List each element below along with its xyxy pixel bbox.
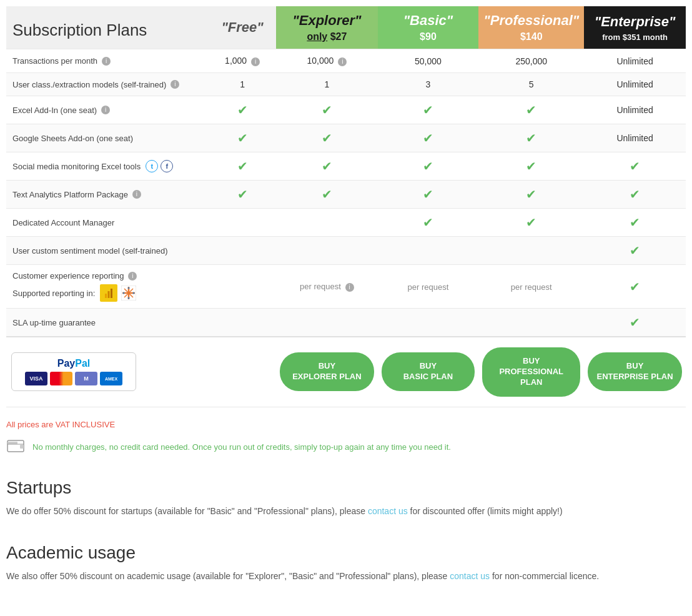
svg-point-9 xyxy=(127,292,130,294)
professional-sla xyxy=(478,309,584,337)
professional-user-class: 5 xyxy=(478,73,584,96)
info-icon-tap[interactable]: i xyxy=(132,190,141,199)
check-icon: ✔ xyxy=(322,187,332,201)
startups-title: Startups xyxy=(6,478,686,498)
info-icon-reporting[interactable]: i xyxy=(128,272,137,281)
academic-section: Academic usage We also offer 50% discoun… xyxy=(6,543,686,583)
vat-notice: All prices are VAT INCLUSIVE xyxy=(6,420,686,429)
plan-header-basic: "Basic" $90 xyxy=(378,6,479,49)
professional-social: ✔ xyxy=(478,152,584,181)
info-icon-free-tx[interactable]: i xyxy=(251,57,260,66)
free-social: ✔ xyxy=(209,152,276,181)
explorer-tap: ✔ xyxy=(276,181,377,209)
check-icon: ✔ xyxy=(526,187,536,201)
academic-contact-link[interactable]: contact us xyxy=(450,571,490,581)
check-icon: ✔ xyxy=(322,131,332,145)
feature-tap: Subscription Plans Text Analytics Platfo… xyxy=(6,181,209,209)
check-icon: ✔ xyxy=(237,187,248,201)
free-transactions: 1,000 i xyxy=(209,49,276,73)
explorer-plan-name: "Explorer" xyxy=(281,12,372,29)
enterprise-user-class: Unlimited xyxy=(584,73,686,96)
enterprise-excel: Unlimited xyxy=(584,96,686,124)
info-icon-explorer-reporting[interactable]: i xyxy=(345,283,354,292)
check-icon: ✔ xyxy=(630,244,640,257)
check-icon: ✔ xyxy=(423,187,433,201)
explorer-transactions: 10,000 i xyxy=(276,49,377,73)
buy-enterprise-button[interactable]: BUY ENTERPRISE PLAN xyxy=(588,352,682,391)
amex-card-icon: AMEX xyxy=(100,372,122,385)
check-icon: ✔ xyxy=(630,159,640,173)
page-title: Subscription Plans xyxy=(12,21,147,39)
buy-explorer-button[interactable]: BUY EXPLORER PLAN xyxy=(280,352,373,391)
basic-gsheets: ✔ xyxy=(378,124,479,152)
paypal-logo: PayPal xyxy=(57,358,90,369)
explorer-price-underline: only xyxy=(307,31,327,42)
basic-sentiment xyxy=(378,237,479,265)
feature-dam: Dedicated Account Manager xyxy=(6,209,209,237)
table-row: User class./extraction models (self-trai… xyxy=(6,73,686,96)
check-icon: ✔ xyxy=(423,216,433,229)
buy-professional-line2: PROFESSIONAL PLAN xyxy=(499,367,563,387)
info-icon-excel[interactable]: i xyxy=(101,106,110,114)
buy-professional-line1: BUY xyxy=(523,356,540,365)
professional-gsheets: ✔ xyxy=(478,124,584,152)
tableau-icon xyxy=(120,284,137,302)
buy-explorer-line2: EXPLORER PLAN xyxy=(292,372,362,381)
professional-sentiment xyxy=(478,237,584,265)
svg-point-12 xyxy=(123,292,125,294)
check-icon: ✔ xyxy=(630,280,640,294)
academic-title: Academic usage xyxy=(6,543,686,563)
free-user-class: 1 xyxy=(209,73,276,96)
startups-contact-link[interactable]: contact us xyxy=(368,506,408,516)
professional-tap: ✔ xyxy=(478,181,584,209)
buy-basic-line1: BUY xyxy=(420,361,437,370)
check-icon: ✔ xyxy=(237,103,248,117)
feature-reporting: Customer experience reporting i Supporte… xyxy=(6,265,209,309)
plan-header-title: Subscription Plans xyxy=(6,6,209,49)
buy-enterprise-line2: ENTERPRISE PLAN xyxy=(597,372,673,381)
check-icon: ✔ xyxy=(526,131,536,145)
facebook-icon: f xyxy=(161,160,173,172)
twitter-icon: t xyxy=(146,160,158,172)
basic-plan-name: "Basic" xyxy=(383,12,474,29)
svg-rect-2 xyxy=(108,291,110,298)
svg-rect-1 xyxy=(105,294,107,298)
svg-rect-3 xyxy=(111,289,112,298)
feature-excel: Excel Add-In (one seat) i xyxy=(6,96,209,124)
buy-professional-button[interactable]: BUY PROFESSIONAL PLAN xyxy=(482,347,580,397)
info-icon-user-class[interactable]: i xyxy=(171,80,179,89)
enterprise-social: ✔ xyxy=(584,152,686,181)
startups-text: We do offer 50% discount for startups (a… xyxy=(6,504,686,518)
feature-gsheets: Google Sheets Add-on (one seat) xyxy=(6,124,209,152)
info-icon-transactions[interactable]: i xyxy=(102,57,111,66)
professional-plan-price: $140 xyxy=(483,31,579,42)
buy-basic-button[interactable]: BUY BASIC PLAN xyxy=(382,352,475,391)
startups-section: Startups We do offer 50% discount for st… xyxy=(6,478,686,518)
basic-button-cell: BUY BASIC PLAN xyxy=(378,337,479,407)
professional-reporting: per request xyxy=(478,265,584,309)
svg-point-11 xyxy=(128,297,130,299)
payment-cell: PayPal VISA M AMEX xyxy=(6,337,209,407)
basic-dam: ✔ xyxy=(378,209,479,237)
basic-plan-price: $90 xyxy=(383,31,474,42)
explorer-sla xyxy=(276,309,377,337)
enterprise-transactions: Unlimited xyxy=(584,49,686,73)
enterprise-sentiment: ✔ xyxy=(584,237,686,265)
check-icon: ✔ xyxy=(526,103,536,117)
explorer-user-class: 1 xyxy=(276,73,377,96)
powerbi-icon xyxy=(100,284,117,302)
feature-sentiment: User custom sentiment model (self-traine… xyxy=(6,237,209,265)
wallet-icon xyxy=(6,435,26,459)
plan-header-free: "Free" xyxy=(209,6,276,49)
check-icon: ✔ xyxy=(423,131,433,145)
check-icon: ✔ xyxy=(630,187,640,201)
feature-sla: SLA up-time guarantee xyxy=(6,309,209,337)
basic-sla xyxy=(378,309,479,337)
check-icon: ✔ xyxy=(423,159,433,173)
svg-rect-16 xyxy=(20,445,24,449)
startups-text-after: for discounted offer (limits might apply… xyxy=(408,506,563,516)
check-icon: ✔ xyxy=(630,315,640,329)
info-icon-explorer-tx[interactable]: i xyxy=(338,57,347,66)
explorer-gsheets: ✔ xyxy=(276,124,377,152)
table-row: User custom sentiment model (self-traine… xyxy=(6,237,686,265)
